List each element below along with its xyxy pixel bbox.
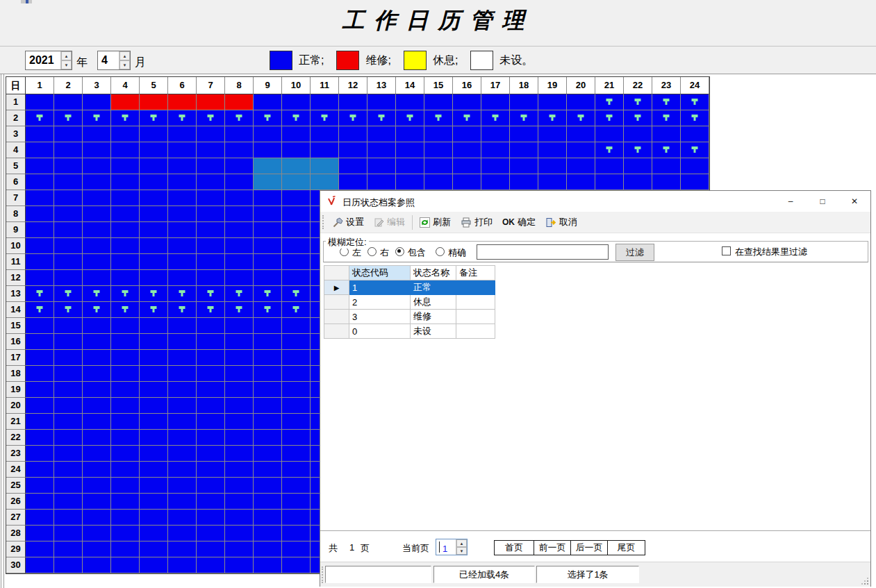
calendar-cell[interactable] [26, 478, 54, 494]
calendar-cell[interactable] [254, 541, 282, 557]
calendar-cell[interactable] [83, 494, 111, 510]
calendar-cell[interactable] [83, 238, 111, 254]
current-page-stepper[interactable]: 1 ▲ ▼ [436, 539, 468, 555]
calendar-cell[interactable] [26, 541, 54, 557]
calendar-cell[interactable] [225, 430, 254, 446]
calendar-cell[interactable] [424, 110, 453, 126]
calendar-cell[interactable] [140, 94, 168, 110]
calendar-cell[interactable] [254, 334, 282, 350]
calendar-cell[interactable] [282, 174, 311, 190]
calendar-cell[interactable] [26, 334, 54, 350]
calendar-cell[interactable] [510, 158, 538, 174]
calendar-cell[interactable] [652, 142, 681, 158]
calendar-cell[interactable] [168, 206, 197, 222]
calendar-cell[interactable] [168, 174, 197, 190]
calendar-cell[interactable] [510, 110, 538, 126]
table-cell[interactable]: 维修 [411, 310, 456, 324]
calendar-cell[interactable] [254, 190, 282, 206]
calendar-cell[interactable] [282, 430, 311, 446]
calendar-cell[interactable] [396, 174, 424, 190]
calendar-cell[interactable] [26, 446, 54, 462]
calendar-cell[interactable] [111, 557, 140, 573]
calendar-cell[interactable] [424, 126, 453, 142]
calendar-cell[interactable] [282, 94, 311, 110]
calendar-cell[interactable] [254, 270, 282, 286]
calendar-cell[interactable] [197, 126, 225, 142]
calendar-cell[interactable] [197, 238, 225, 254]
calendar-cell[interactable] [254, 398, 282, 414]
calendar-cell[interactable] [26, 254, 54, 270]
row-selector-cell[interactable]: ▶ [324, 280, 349, 295]
calendar-cell[interactable] [26, 366, 54, 382]
calendar-cell[interactable] [396, 142, 424, 158]
calendar-cell[interactable] [225, 94, 254, 110]
calendar-cell[interactable] [225, 382, 254, 398]
calendar-cell[interactable] [453, 142, 481, 158]
table-cell[interactable] [456, 324, 495, 339]
calendar-cell[interactable] [83, 398, 111, 414]
calendar-cell[interactable] [111, 206, 140, 222]
calendar-cell[interactable] [254, 238, 282, 254]
calendar-cell[interactable] [225, 222, 254, 238]
calendar-cell[interactable] [225, 334, 254, 350]
calendar-cell[interactable] [567, 94, 595, 110]
calendar-cell[interactable] [111, 254, 140, 270]
calendar-cell[interactable] [140, 382, 168, 398]
calendar-cell[interactable] [168, 270, 197, 286]
calendar-cell[interactable] [197, 206, 225, 222]
calendar-cell[interactable] [54, 270, 83, 286]
calendar-cell[interactable] [254, 430, 282, 446]
calendar-cell[interactable] [282, 510, 311, 526]
column-header-note[interactable]: 备注 [456, 266, 495, 280]
calendar-cell[interactable] [197, 366, 225, 382]
calendar-cell[interactable] [111, 462, 140, 478]
calendar-cell[interactable] [168, 350, 197, 366]
calendar-cell[interactable] [424, 158, 453, 174]
calendar-cell[interactable] [282, 110, 311, 126]
calendar-cell[interactable] [538, 174, 567, 190]
calendar-cell[interactable] [481, 158, 510, 174]
calendar-cell[interactable] [282, 557, 311, 573]
calendar-cell[interactable] [311, 142, 339, 158]
calendar-cell[interactable] [652, 174, 681, 190]
calendar-cell[interactable] [197, 94, 225, 110]
calendar-cell[interactable] [254, 526, 282, 541]
calendar-cell[interactable] [111, 510, 140, 526]
calendar-cell[interactable] [140, 126, 168, 142]
radio-right[interactable] [367, 247, 377, 256]
calendar-cell[interactable] [339, 142, 367, 158]
calendar-cell[interactable] [282, 366, 311, 382]
calendar-cell[interactable] [197, 526, 225, 541]
calendar-cell[interactable] [140, 510, 168, 526]
month-up-button[interactable]: ▲ [119, 51, 130, 60]
dialog-titlebar[interactable]: 日历状态档案参照 – □ ✕ [320, 191, 870, 212]
calendar-cell[interactable] [83, 446, 111, 462]
calendar-cell[interactable] [54, 190, 83, 206]
calendar-cell[interactable] [225, 190, 254, 206]
calendar-cell[interactable] [140, 334, 168, 350]
calendar-cell[interactable] [168, 510, 197, 526]
column-header-code[interactable]: 状态代码 [349, 266, 411, 280]
calendar-cell[interactable] [453, 110, 481, 126]
calendar-cell[interactable] [140, 350, 168, 366]
calendar-cell[interactable] [254, 94, 282, 110]
calendar-cell[interactable] [111, 158, 140, 174]
calendar-cell[interactable] [453, 158, 481, 174]
calendar-cell[interactable] [54, 334, 83, 350]
calendar-cell[interactable] [111, 318, 140, 334]
calendar-cell[interactable] [83, 541, 111, 557]
calendar-cell[interactable] [54, 414, 83, 430]
calendar-cell[interactable] [567, 110, 595, 126]
calendar-cell[interactable] [254, 382, 282, 398]
calendar-cell[interactable] [140, 222, 168, 238]
calendar-cell[interactable] [367, 174, 396, 190]
radio-contains[interactable] [395, 247, 404, 256]
calendar-cell[interactable] [83, 334, 111, 350]
calendar-cell[interactable] [168, 254, 197, 270]
filter-button[interactable]: 过滤 [615, 244, 654, 261]
page-down-button[interactable]: ▼ [456, 547, 467, 555]
table-cell[interactable]: 0 [349, 324, 411, 339]
calendar-cell[interactable] [197, 557, 225, 573]
calendar-cell[interactable] [111, 174, 140, 190]
calendar-cell[interactable] [311, 126, 339, 142]
